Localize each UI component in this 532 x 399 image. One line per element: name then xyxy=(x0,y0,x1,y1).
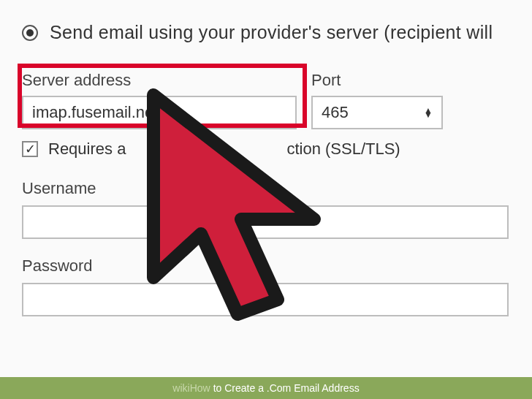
server-address-input[interactable] xyxy=(22,96,297,129)
port-label: Port xyxy=(311,71,443,90)
radio-selected-dot xyxy=(26,29,34,37)
ssl-label-suffix: ction (SSL/TLS) xyxy=(286,140,400,159)
username-label: Username xyxy=(22,179,510,198)
caption-prefix: wikiHow xyxy=(172,382,210,394)
password-label: Password xyxy=(22,256,510,276)
email-server-form: Send email using your provider's server … xyxy=(0,0,532,349)
caption-text: to Create a .Com Email Address xyxy=(213,382,360,394)
caption-bar: wikiHow to Create a .Com Email Address xyxy=(0,377,532,399)
stepper-icon: ▲ ▼ xyxy=(424,108,433,117)
port-value: 465 xyxy=(322,103,349,122)
ssl-label-prefix: Requires a xyxy=(48,140,126,159)
server-address-group: Server address xyxy=(22,71,297,129)
server-port-row: Server address Port 465 ▲ ▼ xyxy=(22,71,510,129)
ssl-checkbox-row[interactable]: ✓ Requires a ction (SSL/TLS) xyxy=(22,140,510,159)
password-group: Password xyxy=(22,256,510,316)
username-group: Username xyxy=(22,179,510,239)
radio-label: Send email using your provider's server … xyxy=(50,22,493,43)
ssl-label: Requires a ction (SSL/TLS) xyxy=(48,140,400,159)
password-input[interactable] xyxy=(22,283,509,316)
port-select[interactable]: 465 ▲ ▼ xyxy=(311,96,443,129)
port-group: Port 465 ▲ ▼ xyxy=(311,71,443,129)
server-address-label: Server address xyxy=(22,71,297,90)
checkbox-icon: ✓ xyxy=(22,141,38,157)
radio-icon xyxy=(22,25,38,41)
username-input[interactable] xyxy=(22,205,509,239)
send-via-provider-radio[interactable]: Send email using your provider's server … xyxy=(22,22,510,43)
